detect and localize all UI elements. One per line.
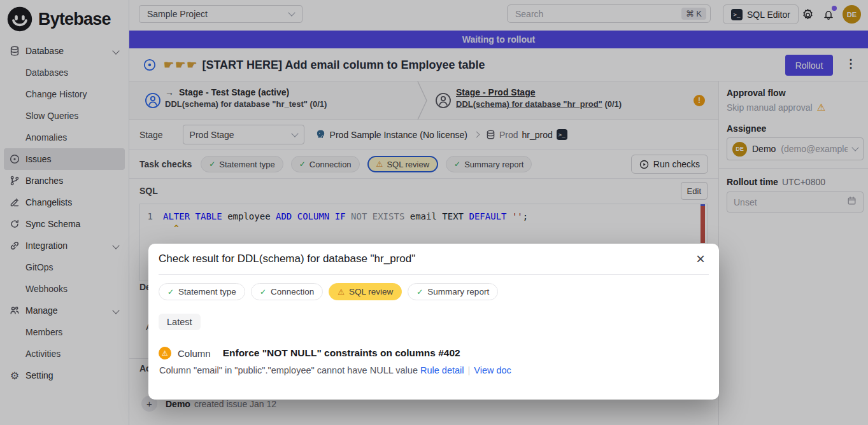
finding-category: Column — [178, 348, 211, 359]
warning-circle-icon: ⚠ — [159, 347, 171, 359]
latest-badge: Latest — [159, 314, 201, 330]
modal-divider — [159, 274, 709, 275]
pill-label: Connection — [271, 287, 314, 296]
check-result-modal: Check result for DDL(schema) for databas… — [148, 244, 719, 400]
finding-detail: Column "email" in "public"."employee" ca… — [159, 365, 709, 375]
pill-label: Statement type — [178, 287, 236, 296]
check-pass-icon: ✓ — [416, 288, 423, 296]
modal-header: Check result for DDL(schema) for databas… — [159, 253, 709, 265]
finding-rule-title: Enforce "NOT NULL" constraints on column… — [223, 347, 460, 359]
check-pill-sql-review[interactable]: ⚠SQL review — [329, 283, 402, 300]
modal-check-pills: ✓Statement type ✓Connection ⚠SQL review … — [159, 283, 709, 300]
warning-triangle-icon: ⚠ — [338, 288, 345, 296]
pill-label: SQL review — [349, 287, 393, 296]
link-separator: | — [468, 365, 471, 375]
modal-title: Check result for DDL(schema) for databas… — [159, 253, 415, 265]
check-pill-connection[interactable]: ✓Connection — [251, 283, 323, 300]
close-icon[interactable]: × — [696, 253, 705, 265]
check-pill-statement-type[interactable]: ✓Statement type — [159, 283, 245, 300]
rule-detail-link[interactable]: Rule detail — [420, 365, 464, 375]
finding-detail-text: Column "email" in "public"."employee" ca… — [159, 365, 418, 375]
check-pass-icon: ✓ — [167, 288, 174, 296]
check-pass-icon: ✓ — [260, 288, 266, 296]
check-pill-summary-report[interactable]: ✓Summary report — [408, 283, 498, 300]
view-doc-link[interactable]: View doc — [474, 365, 511, 375]
finding-row: ⚠ Column Enforce "NOT NULL" constraints … — [159, 347, 709, 359]
pill-label: Summary report — [427, 287, 489, 296]
bytebase-issue-page: Bytebase Database Databases Change Histo… — [0, 0, 868, 425]
